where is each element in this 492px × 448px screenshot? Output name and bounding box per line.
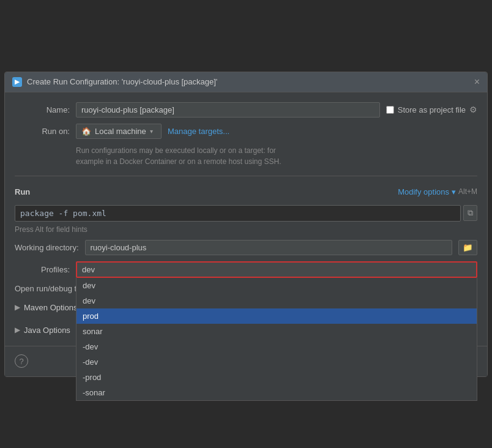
store-project-checkbox[interactable] xyxy=(386,106,394,114)
title-bar: ▶ Create Run Configuration: 'ruoyi-cloud… xyxy=(5,72,487,92)
name-label: Name: xyxy=(15,105,70,114)
modify-options-arrow: ▾ xyxy=(452,187,456,196)
dialog-title: Create Run Configuration: 'ruoyi-cloud-p… xyxy=(27,77,217,86)
run-section-title: Run xyxy=(15,187,30,196)
run-section-header: Run Modify options ▾ Alt+M xyxy=(15,185,477,199)
dropdown-item-neg-dev-1[interactable]: -dev xyxy=(76,339,477,354)
java-options-label: Java Options xyxy=(24,326,70,335)
create-run-config-dialog: ▶ Create Run Configuration: 'ruoyi-cloud… xyxy=(4,72,488,377)
dropdown-item-neg-sonar[interactable]: -sonar xyxy=(76,385,477,400)
workdir-label: Working directory: xyxy=(15,243,79,252)
close-button[interactable]: × xyxy=(474,77,480,87)
divider-1 xyxy=(15,176,477,176)
name-input[interactable] xyxy=(76,102,380,118)
dropdown-arrow: ▾ xyxy=(150,128,153,135)
profiles-input[interactable] xyxy=(76,261,477,278)
folder-browse-button[interactable]: 📁 xyxy=(458,240,477,255)
dropdown-item-neg-dev-2[interactable]: -dev xyxy=(76,354,477,370)
machine-label: Local machine xyxy=(95,127,146,136)
title-bar-left: ▶ Create Run Configuration: 'ruoyi-cloud… xyxy=(12,77,217,87)
store-project-text: Store as project file xyxy=(398,105,466,114)
info-line1: Run configurations may be executed local… xyxy=(76,145,477,156)
machine-icon: 🏠 xyxy=(81,127,91,136)
info-line2: example in a Docker Container or on a re… xyxy=(76,156,477,167)
store-project-label: Store as project file ⚙ xyxy=(386,105,477,114)
dropdown-item-neg-prod[interactable]: -prod xyxy=(76,370,477,385)
dropdown-item-prod[interactable]: prod xyxy=(76,308,477,324)
workdir-row: Working directory: 📁 xyxy=(15,240,477,255)
run-on-label: Run on: xyxy=(15,127,70,136)
profiles-label: Profiles: xyxy=(15,265,70,274)
profiles-row: Profiles: dev dev prod sonar -dev -dev -… xyxy=(15,261,477,278)
modify-options-button[interactable]: Modify options ▾ Alt+M xyxy=(398,187,477,196)
dropdown-item-sonar[interactable]: sonar xyxy=(76,324,477,339)
java-expand-arrow: ▶ xyxy=(15,326,20,334)
maven-expand-arrow: ▶ xyxy=(15,303,20,312)
run-on-row: Run on: 🏠 Local machine ▾ Manage targets… xyxy=(15,124,477,139)
manage-targets-link[interactable]: Manage targets... xyxy=(168,127,229,136)
dropdown-item-dev-2[interactable]: dev xyxy=(76,293,477,308)
copy-command-button[interactable]: ⧉ xyxy=(463,205,477,221)
run-on-dropdown[interactable]: 🏠 Local machine ▾ xyxy=(76,124,162,139)
profiles-input-wrap: dev dev prod sonar -dev -dev -prod -sona… xyxy=(76,261,477,278)
command-input[interactable] xyxy=(15,205,461,222)
dialog-content: Name: Store as project file ⚙ Run on: 🏠 … xyxy=(5,92,487,346)
workdir-input[interactable] xyxy=(85,240,452,255)
info-text: Run configurations may be executed local… xyxy=(76,145,477,167)
alt-shortcut: Alt+M xyxy=(458,187,477,196)
modify-options-label: Modify options xyxy=(398,187,449,196)
dropdown-item-dev-1[interactable]: dev xyxy=(76,278,477,293)
profiles-section: Profiles: dev dev prod sonar -dev -dev -… xyxy=(15,261,477,278)
open-debug-label: Open run/debug t xyxy=(15,284,76,293)
help-button[interactable]: ? xyxy=(15,354,28,368)
profiles-dropdown-list: dev dev prod sonar -dev -dev -prod -sona… xyxy=(76,278,477,401)
maven-options-label: Maven Options xyxy=(24,303,77,312)
run-config-icon: ▶ xyxy=(12,77,22,87)
gear-icon: ⚙ xyxy=(469,105,477,114)
command-row: ⧉ xyxy=(15,205,477,222)
hint-text: Press Alt for field hints xyxy=(15,225,477,234)
name-row: Name: Store as project file ⚙ xyxy=(15,102,477,118)
